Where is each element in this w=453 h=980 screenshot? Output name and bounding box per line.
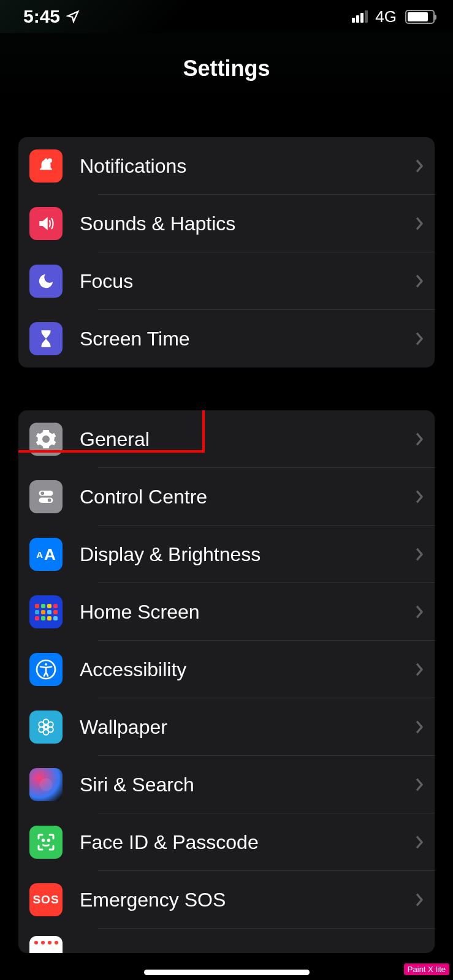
- row-controlcentre[interactable]: Control Centre: [18, 468, 435, 526]
- header: Settings: [0, 33, 453, 104]
- row-label: Notifications: [80, 155, 415, 178]
- row-label: Emergency SOS: [80, 889, 415, 911]
- svg-point-16: [48, 840, 49, 841]
- chevron-right-icon: [415, 892, 424, 907]
- bell-icon: [29, 149, 63, 183]
- row-focus[interactable]: Focus: [18, 252, 435, 310]
- row-label: Display & Brightness: [80, 543, 415, 566]
- page-title: Settings: [183, 56, 270, 81]
- row-label: Siri & Search: [80, 774, 415, 796]
- row-label: Home Screen: [80, 601, 415, 624]
- location-icon: [66, 10, 80, 23]
- row-sos[interactable]: SOS Emergency SOS: [18, 871, 435, 929]
- hourglass-icon: [29, 322, 63, 355]
- toggles-icon: [29, 480, 63, 513]
- settings-group-1: Notifications Sounds & Haptics Focus: [18, 137, 435, 368]
- gear-icon: [29, 423, 63, 456]
- status-bar: 5:45 4G: [0, 0, 453, 33]
- settings-group-2: General Control Centre A A Display & Bri…: [18, 410, 435, 953]
- row-label: Focus: [80, 270, 415, 293]
- chevron-right-icon: [415, 605, 424, 619]
- sos-icon: SOS: [29, 883, 63, 916]
- status-left: 5:45: [23, 6, 80, 27]
- svg-point-0: [48, 159, 53, 164]
- svg-point-2: [41, 492, 45, 496]
- chevron-right-icon: [415, 489, 424, 504]
- chevron-right-icon: [415, 835, 424, 850]
- home-indicator[interactable]: [144, 970, 310, 975]
- chevron-right-icon: [415, 547, 424, 562]
- row-notifications[interactable]: Notifications: [18, 137, 435, 195]
- flower-icon: [29, 710, 63, 744]
- svg-point-11: [48, 722, 53, 728]
- row-label: General: [80, 428, 415, 451]
- row-label: Face ID & Passcode: [80, 831, 415, 854]
- chevron-right-icon: [415, 432, 424, 447]
- svg-point-13: [48, 727, 53, 733]
- row-label: Wallpaper: [80, 716, 415, 739]
- row-partial[interactable]: [18, 929, 435, 953]
- chevron-right-icon: [415, 331, 424, 346]
- partial-icon: [29, 936, 63, 953]
- row-wallpaper[interactable]: Wallpaper: [18, 698, 435, 756]
- chevron-right-icon: [415, 662, 424, 677]
- row-siri[interactable]: Siri & Search: [18, 756, 435, 813]
- row-faceid[interactable]: Face ID & Passcode: [18, 813, 435, 871]
- battery-icon: [405, 10, 435, 24]
- settings-list: Notifications Sounds & Haptics Focus: [0, 137, 453, 953]
- moon-icon: [29, 265, 63, 298]
- svg-point-10: [39, 722, 44, 728]
- row-screentime[interactable]: Screen Time: [18, 310, 435, 368]
- svg-point-12: [39, 727, 44, 733]
- siri-icon: [29, 768, 63, 801]
- accessibility-icon: [29, 653, 63, 686]
- row-label: Accessibility: [80, 658, 415, 681]
- text-size-icon: A A: [29, 538, 63, 571]
- svg-point-7: [44, 725, 48, 729]
- svg-point-15: [42, 840, 44, 841]
- chevron-right-icon: [415, 216, 424, 231]
- status-right: 4G: [352, 7, 435, 26]
- signal-icon: [352, 10, 368, 23]
- row-sounds[interactable]: Sounds & Haptics: [18, 195, 435, 252]
- watermark: Paint X lite: [404, 963, 449, 975]
- grid-icon: [29, 595, 63, 628]
- network-label: 4G: [375, 7, 397, 26]
- speaker-icon: [29, 207, 63, 240]
- row-general[interactable]: General: [18, 410, 435, 468]
- row-homescreen[interactable]: Home Screen: [18, 583, 435, 641]
- svg-point-14: [40, 778, 53, 791]
- chevron-right-icon: [415, 159, 424, 173]
- face-icon: [29, 826, 63, 859]
- svg-point-6: [45, 663, 47, 666]
- chevron-right-icon: [415, 777, 424, 792]
- chevron-right-icon: [415, 720, 424, 734]
- row-label: Control Centre: [80, 486, 415, 508]
- row-display[interactable]: A A Display & Brightness: [18, 526, 435, 583]
- row-label: Sounds & Haptics: [80, 213, 415, 235]
- chevron-right-icon: [415, 274, 424, 288]
- row-label: Screen Time: [80, 328, 415, 350]
- status-time: 5:45: [23, 6, 60, 27]
- row-accessibility[interactable]: Accessibility: [18, 641, 435, 698]
- svg-point-4: [48, 499, 51, 502]
